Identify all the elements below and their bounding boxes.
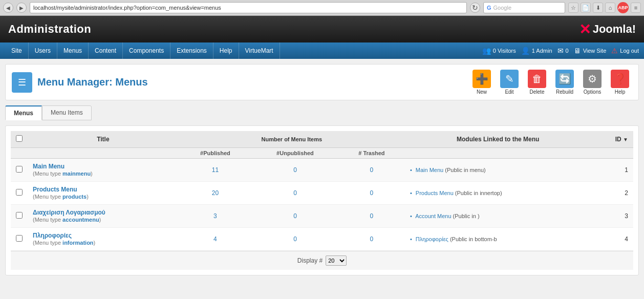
delete-label: Delete (530, 89, 545, 95)
nav-extensions[interactable]: Extensions (170, 42, 213, 59)
edit-button[interactable]: ✎ Edit (497, 69, 522, 96)
visitors-item[interactable]: 👥 0 Visitors (482, 47, 516, 55)
view-site-item[interactable]: 🖥 View Site (574, 47, 607, 55)
row-title-cell: Διαχείριση Λογαριασμού (Menu type accoun… (28, 205, 179, 228)
row-checkbox-cell (11, 205, 28, 228)
rebuild-button[interactable]: 🔄 Rebuild (552, 69, 577, 96)
row-menu-type-link[interactable]: accountmenu (62, 217, 99, 223)
sub-empty-3 (405, 148, 591, 159)
browser-chrome: ◀ ▶ localhost/mysite/administrator/index… (0, 0, 644, 16)
url-bar[interactable]: localhost/mysite/administrator/index.php… (30, 2, 467, 13)
row-checkbox[interactable] (16, 235, 23, 242)
row-trashed-cell: 0 (338, 182, 405, 205)
row-menu-type-link[interactable]: information (62, 240, 94, 246)
nav-help[interactable]: Help (213, 42, 239, 59)
row-checkbox[interactable] (16, 189, 23, 196)
refresh-button[interactable]: ↻ (470, 3, 480, 13)
joomla-label: Joomla! (593, 23, 636, 36)
row-published-link[interactable]: 3 (213, 212, 217, 220)
row-module-cell: • Account Menu (Public in ) (405, 205, 591, 228)
bookmark-icon[interactable]: 📄 (581, 3, 591, 13)
nav-users[interactable]: Users (29, 42, 57, 59)
abp-icon[interactable]: ABP (617, 2, 629, 13)
back-button[interactable]: ◀ (3, 3, 13, 13)
display-select[interactable]: 20 50 100 (326, 255, 347, 266)
messages-item[interactable]: ✉ 0 (557, 47, 569, 55)
row-trashed-cell: 0 (338, 205, 405, 228)
row-trashed-link[interactable]: 0 (370, 166, 374, 174)
row-module-link[interactable]: Account Menu (415, 213, 451, 219)
top-nav-left: Site Users Menus Content Components Exte… (5, 42, 280, 59)
nav-menus[interactable]: Menus (57, 42, 89, 59)
edit-icon: ✎ (500, 70, 519, 88)
nav-virtuemart[interactable]: VirtueMart (239, 42, 280, 59)
forward-button[interactable]: ▶ (16, 3, 27, 13)
new-icon: ➕ (473, 70, 491, 88)
messages-count: 0 (566, 48, 569, 54)
col-title-header[interactable]: Title (28, 131, 179, 148)
home-icon[interactable]: ⌂ (605, 3, 615, 13)
row-published-link[interactable]: 4 (213, 236, 217, 243)
tab-menus[interactable]: Menus (5, 105, 42, 120)
table-header-row: Title Number of Menu Items Modules Linke… (11, 131, 633, 148)
table-sub-header-row: #Published #Unpublished # Trashed (11, 148, 633, 159)
row-title-link[interactable]: Πληροφορίες (33, 232, 72, 239)
row-published-link[interactable]: 20 (212, 189, 219, 197)
row-trashed-link[interactable]: 0 (370, 212, 374, 220)
logout-item[interactable]: ⚠ Log out (611, 47, 639, 55)
row-module-cell: • Main Menu (Public in menu) (405, 159, 591, 182)
options-button[interactable]: ⚙ Options (580, 69, 605, 96)
row-title-link[interactable]: Products Menu (33, 186, 77, 193)
row-published-link[interactable]: 11 (212, 166, 219, 174)
help-icon: ❓ (611, 70, 629, 88)
joomla-logo: ✕ Joomla! (579, 21, 636, 38)
row-checkbox-cell (11, 159, 28, 182)
row-checkbox-cell (11, 182, 28, 205)
row-title-link[interactable]: Διαχείριση Λογαριασμού (33, 209, 105, 216)
star-icon[interactable]: ☆ (568, 3, 578, 13)
row-module-link[interactable]: Πληροφορίες (416, 236, 448, 242)
row-title-link[interactable]: Main Menu (33, 163, 65, 170)
menu-icon[interactable]: ≡ (631, 3, 641, 13)
page-header-left: ☰ Menu Manager: Menus (12, 72, 148, 93)
search-placeholder: Google (493, 5, 511, 11)
delete-button[interactable]: 🗑 Delete (525, 69, 549, 96)
view-site-label: View Site (583, 48, 607, 54)
select-all-checkbox[interactable] (16, 135, 23, 142)
row-menu-type: (Menu type products) (33, 194, 89, 200)
bullet-icon: • (410, 213, 412, 219)
nav-components[interactable]: Components (123, 42, 170, 59)
row-trashed-link[interactable]: 0 (370, 189, 374, 197)
row-published-cell: 3 (179, 205, 252, 228)
nav-content[interactable]: Content (89, 42, 123, 59)
row-unpublished-link[interactable]: 0 (293, 212, 297, 220)
row-module-link[interactable]: Main Menu (416, 167, 443, 173)
row-checkbox[interactable] (16, 212, 23, 219)
help-button[interactable]: ❓ Help (608, 69, 632, 96)
table-row: Main Menu (Menu type mainmenu) 11 0 0 • … (11, 159, 633, 182)
col-id-header[interactable]: ID ▼ (591, 131, 633, 148)
row-unpublished-link[interactable]: 0 (293, 189, 297, 197)
table-row: Πληροφορίες (Menu type information) 4 0 … (11, 228, 633, 251)
row-id-cell: 4 (591, 228, 633, 251)
row-menu-type-link[interactable]: mainmenu (62, 170, 91, 177)
row-unpublished-link[interactable]: 0 (293, 236, 297, 243)
tabs-bar: Menus Menu Items (5, 105, 639, 120)
row-id-cell: 1 (591, 159, 633, 182)
col-menu-items-header: Number of Menu Items (179, 131, 405, 148)
new-button[interactable]: ➕ New (469, 69, 494, 96)
row-checkbox[interactable] (16, 166, 23, 173)
row-trashed-link[interactable]: 0 (370, 236, 374, 243)
download-icon[interactable]: ⬇ (593, 3, 603, 13)
row-module-link[interactable]: Products Menu (416, 190, 454, 196)
table-container: Title Number of Menu Items Modules Linke… (5, 125, 639, 275)
admin-item[interactable]: 👤 1 Admin (521, 47, 552, 55)
tab-menu-items[interactable]: Menu Items (42, 105, 92, 120)
browser-icons: ☆ 📄 ⬇ ⌂ ABP ≡ (568, 2, 641, 13)
row-unpublished-link[interactable]: 0 (293, 166, 297, 174)
row-menu-type-link[interactable]: products (62, 194, 87, 200)
page-header: ☰ Menu Manager: Menus ➕ New ✎ Edit 🗑 Del… (5, 64, 639, 100)
nav-site[interactable]: Site (5, 42, 29, 59)
search-bar[interactable]: G Google (483, 2, 565, 13)
row-module-suffix: (Public in bottom-b (450, 236, 497, 242)
